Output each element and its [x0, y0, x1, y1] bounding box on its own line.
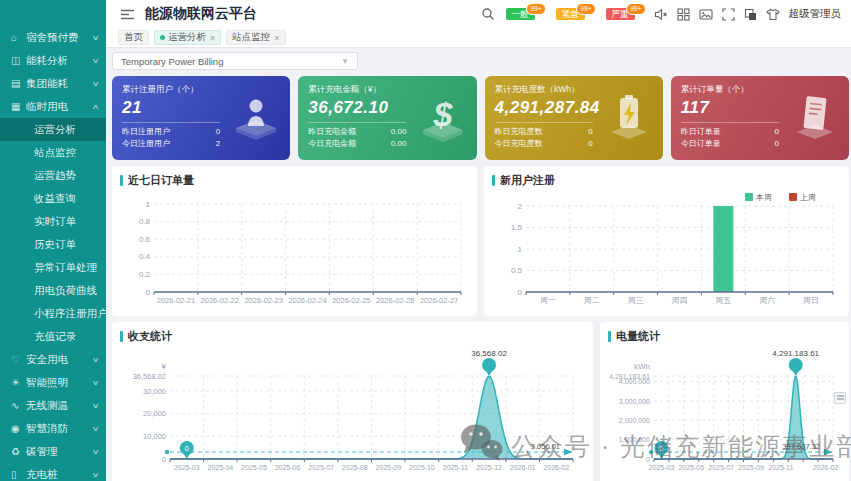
sidebar-subitem[interactable]: 用电负荷曲线 [0, 279, 106, 302]
kpi-subrow-value: 2 [216, 138, 220, 150]
sidebar-subitem[interactable]: 实时订单 [0, 210, 106, 233]
svg-text:2025-03: 2025-03 [649, 464, 675, 471]
svg-text:kWh: kWh [634, 362, 650, 371]
sidebar-subitem[interactable]: 历史订单 [0, 233, 106, 256]
sidebar-item-label: 智能照明 [26, 376, 93, 390]
kpi-subrow-label: 昨日充电金额 [308, 126, 356, 138]
kpi-card[interactable]: 累计充电度数（kWh）4,291,287.84昨日充电度数0今日充电度数0 [485, 76, 663, 160]
chevron-down-icon: ∨ [92, 402, 100, 410]
svg-text:357,607.32: 357,607.32 [782, 442, 820, 451]
calendar-icon: ▦ [11, 101, 26, 112]
theme-icon[interactable] [766, 8, 780, 21]
svg-text:36,568.02: 36,568.02 [133, 372, 166, 381]
svg-text:30,000: 30,000 [143, 387, 166, 396]
image-icon[interactable] [699, 8, 713, 21]
alarm-badge-一般[interactable]: 一般99+ [506, 8, 535, 20]
svg-text:0.8: 0.8 [139, 217, 151, 226]
sidebar-subitem[interactable]: 运营趋势 [0, 164, 106, 187]
alarm-badge-count: 99+ [526, 3, 545, 15]
sidebar-subitem[interactable]: 收益查询 [0, 187, 106, 210]
copy-icon[interactable] [744, 8, 757, 21]
carbon-icon: ♻ [11, 446, 26, 457]
kpi-subrow-value: 0 [588, 126, 592, 138]
svg-text:本周: 本周 [755, 193, 772, 202]
fullscreen-icon[interactable] [722, 8, 735, 21]
doc-icon: ▤ [11, 78, 26, 89]
sidebar-item[interactable]: ◉智慧消防∨ [0, 417, 106, 440]
tab-运营分析[interactable]: 运营分析× [154, 30, 221, 45]
kpi-subrow: 今日充电金额0.00 [308, 138, 406, 150]
kpi-divider [308, 122, 406, 123]
chevron-down-icon: ∨ [92, 425, 100, 433]
user-name[interactable]: 超级管理员 [789, 7, 842, 21]
svg-text:周三: 周三 [628, 296, 644, 305]
search-icon[interactable] [481, 7, 495, 21]
sidebar-subitem[interactable]: 运营分析 [0, 118, 106, 141]
alarm-badge-紧急[interactable]: 紧急99+ [556, 8, 585, 20]
kpi-subrow-value: 0 [588, 138, 592, 150]
kpi-subrow: 今日充电度数0 [495, 138, 593, 150]
kpi-subrow-value: 0 [774, 126, 778, 138]
mute-icon[interactable] [654, 8, 668, 21]
svg-text:36,568.02: 36,568.02 [471, 349, 507, 358]
tab-close-icon[interactable]: × [210, 33, 215, 43]
sidebar-item[interactable]: ◫能耗分析∨ [0, 49, 106, 72]
svg-text:4,291,183.61: 4,291,183.61 [609, 373, 650, 380]
alarm-badge-count: 99+ [626, 3, 645, 15]
panel-header: 新用户注册 [492, 173, 841, 188]
svg-text:4,291,183.61: 4,291,183.61 [772, 349, 819, 358]
kpi-subrow-value: 0.00 [391, 138, 407, 150]
sidebar-item[interactable]: ▤集团能耗∨ [0, 72, 106, 95]
sidebar-subitem[interactable]: 站点监控 [0, 141, 106, 164]
station-select-value: Temporary Power Billing [121, 56, 223, 67]
panel-title: 近七日订单量 [128, 173, 194, 188]
svg-text:0: 0 [162, 455, 166, 464]
svg-text:周五: 周五 [715, 296, 731, 305]
sidebar-item[interactable]: ∿无线测温∨ [0, 394, 106, 417]
svg-text:2026-02-23: 2026-02-23 [244, 296, 282, 305]
menu-collapse-icon[interactable] [120, 8, 135, 21]
station-select[interactable]: Temporary Power Billing ▼ [112, 52, 358, 70]
kpi-card[interactable]: 累计注册用户（个）21昨日注册用户0今日注册用户2 [112, 76, 290, 160]
sidebar-subitem[interactable]: 异常订单处理 [0, 256, 106, 279]
kpi-subrow: 昨日注册用户0 [122, 126, 220, 138]
sidebar-subitem[interactable]: 充值记录 [0, 325, 106, 348]
sidebar-item[interactable]: ▯充电桩∨ [0, 463, 106, 481]
grid-icon[interactable] [677, 8, 690, 21]
energy-3d-icon [603, 92, 655, 148]
svg-text:1: 1 [146, 200, 151, 209]
sidebar-item[interactable]: ▦临时用电∧ [0, 95, 106, 118]
sidebar-item[interactable]: ♻碳管理∨ [0, 440, 106, 463]
tab-label: 站点监控 [232, 31, 270, 44]
panel-title: 新用户注册 [500, 173, 555, 188]
kpi-subrow-label: 今日充电金额 [308, 138, 356, 150]
alarm-badge-严重[interactable]: 严重99+ [606, 8, 635, 20]
content: Temporary Power Billing ▼ 累计注册用户（个）21昨日注… [106, 48, 851, 481]
chart-toolbox-icon[interactable] [834, 392, 846, 404]
sidebar-item[interactable]: ☀智能照明∨ [0, 371, 106, 394]
sidebar-subitem[interactable]: 小程序注册用户 [0, 302, 106, 325]
tab-首页[interactable]: 首页 [118, 30, 149, 45]
tab-站点监控[interactable]: 站点监控× [226, 30, 285, 45]
svg-text:2025-03: 2025-03 [174, 464, 200, 471]
sidebar-item[interactable]: ⌂宿舍预付费∨ [0, 26, 106, 49]
panel-header: 电量统计 [608, 329, 841, 344]
tab-close-icon[interactable]: × [274, 33, 279, 43]
panel-title: 电量统计 [616, 329, 660, 344]
svg-text:$: $ [432, 95, 453, 133]
sidebar-item-label: 安全用电 [26, 353, 93, 367]
home-icon: ⌂ [11, 32, 26, 43]
kpi-card[interactable]: 累计订单量（个）117昨日订单量0今日订单量0 [671, 76, 849, 160]
chevron-down-icon: ∨ [92, 80, 100, 88]
sidebar-item[interactable]: ♡安全用电∨ [0, 348, 106, 371]
chevron-down-icon: ∨ [92, 448, 100, 456]
active-dot [160, 35, 165, 40]
kpi-card[interactable]: 累计充电金额（¥）36,672.10昨日充电金额0.00今日充电金额0.00$ [298, 76, 476, 160]
title-bar-icon [608, 331, 611, 342]
svg-text:20,000: 20,000 [143, 409, 166, 418]
kpi-subrow-label: 今日注册用户 [122, 138, 170, 150]
chart-icon: ◫ [11, 55, 26, 66]
sidebar: ⌂宿舍预付费∨◫能耗分析∨▤集团能耗∨▦临时用电∧运营分析站点监控运营趋势收益查… [0, 0, 106, 481]
svg-text:2025-07: 2025-07 [708, 464, 734, 471]
kpi-subrow-label: 今日订单量 [681, 138, 721, 150]
